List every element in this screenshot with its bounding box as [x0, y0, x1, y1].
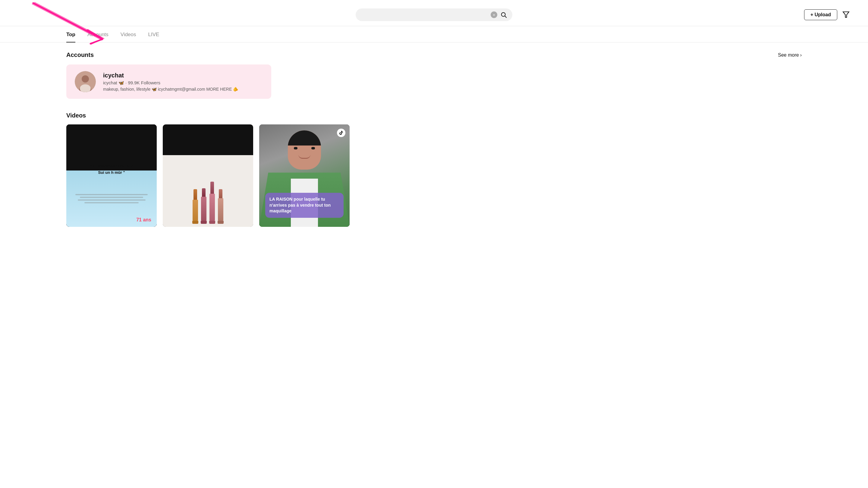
account-card[interactable]: icychat icychat 🦋 · 99.9K Followers make…: [66, 64, 271, 99]
account-bio: makeup, fashion, lifestyle 🦋 icychatmgmt…: [103, 87, 263, 92]
videos-section-title: Videos: [66, 112, 802, 119]
main-content: Accounts See more › icychat icychat 🦋 · …: [0, 42, 868, 236]
video-1-text: "Tu cherches quoi ici ? Sui un h mûr ": [71, 163, 152, 176]
account-info: icychat icychat 🦋 · 99.9K Followers make…: [103, 72, 263, 92]
header-actions: + Upload: [804, 9, 850, 20]
video-thumbnail-1: "Tu cherches quoi ici ? Sui un h mûr " 7…: [66, 124, 157, 227]
video-thumbnail-2: [163, 124, 253, 227]
videos-section: Videos "Tu cherch: [66, 112, 802, 227]
tab-accounts[interactable]: Accounts: [87, 27, 108, 42]
video-card-2[interactable]: [163, 124, 253, 227]
svg-point-4: [82, 75, 89, 83]
svg-line-1: [505, 16, 506, 18]
search-tabs: Top Accounts Videos LIVE: [0, 27, 868, 42]
tab-top[interactable]: Top: [66, 27, 75, 42]
search-bar: icychat make up ×: [355, 8, 513, 21]
filter-button[interactable]: [842, 11, 850, 19]
tiktok-logo-badge: [337, 129, 345, 137]
header: icychat make up × + Upload: [0, 0, 868, 26]
accounts-section-header: Accounts See more ›: [66, 52, 802, 59]
search-input[interactable]: icychat make up: [361, 12, 488, 18]
video-3-overlay-text: LA RAISON pour laquelle tu n'arrives pas…: [265, 193, 344, 218]
video-card-1[interactable]: "Tu cherches quoi ici ? Sui un h mûr " 7…: [66, 124, 157, 227]
video-card-3[interactable]: LA RAISON pour laquelle tu n'arrives pas…: [259, 124, 350, 227]
see-more-accounts[interactable]: See more ›: [778, 53, 802, 58]
video-thumbnail-3: LA RAISON pour laquelle tu n'arrives pas…: [259, 124, 350, 227]
svg-marker-2: [843, 12, 849, 17]
search-submit-button[interactable]: [500, 11, 507, 18]
video-1-age: 71 ans: [136, 217, 151, 223]
avatar: [75, 71, 96, 92]
accounts-section-title: Accounts: [66, 52, 94, 59]
account-handle-followers: icychat 🦋 · 99.9K Followers: [103, 80, 263, 86]
upload-button[interactable]: + Upload: [804, 9, 837, 20]
tab-live[interactable]: LIVE: [148, 27, 159, 42]
search-clear-button[interactable]: ×: [491, 11, 497, 18]
videos-grid: "Tu cherches quoi ici ? Sui un h mûr " 7…: [66, 124, 802, 227]
tab-videos[interactable]: Videos: [121, 27, 136, 42]
account-username: icychat: [103, 72, 263, 79]
